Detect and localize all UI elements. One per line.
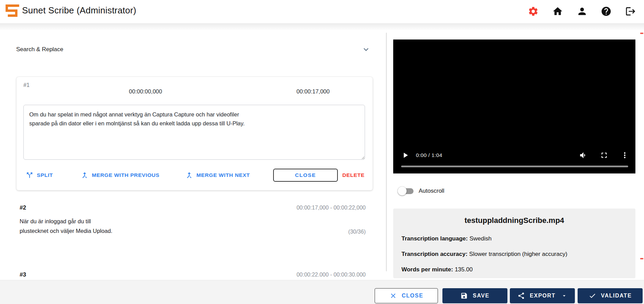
segment-time-range: 00:00:22,000 - 00:00:30,000 (297, 272, 366, 277)
check-icon (589, 292, 596, 300)
detail-value: 135.00 (455, 266, 473, 273)
edge-marker (640, 258, 643, 259)
detail-value: Slower transcription (higher accuracy) (469, 251, 567, 257)
autoscroll-control: Autoscroll (398, 186, 444, 196)
autoscroll-toggle[interactable] (398, 187, 414, 195)
detail-value: Swedish (470, 235, 492, 242)
header-bar: Sunet Scribe (Administrator) (0, 0, 644, 24)
more-options-icon[interactable] (620, 151, 629, 160)
segment-close-label: CLOSE (295, 172, 316, 178)
merge-next-button[interactable]: MERGE WITH NEXT (185, 169, 250, 182)
export-button[interactable]: EXPORT (510, 288, 575, 303)
close-x-icon (389, 292, 397, 300)
segment-number: #1 (23, 82, 30, 88)
save-label: SAVE (473, 293, 489, 299)
media-detail-row: Transcription accuracy:Slower transcript… (401, 251, 567, 258)
settings-gear-icon[interactable] (528, 6, 539, 17)
home-icon[interactable] (552, 6, 563, 17)
segment-close-button[interactable]: CLOSE (273, 169, 338, 182)
help-icon[interactable] (601, 6, 612, 17)
toggle-thumb (398, 187, 407, 195)
merge-next-label: MERGE WITH NEXT (196, 172, 250, 178)
page-title: Sunet Scribe (Administrator) (22, 5, 136, 16)
close-label: CLOSE (402, 293, 423, 299)
split-icon (25, 171, 34, 179)
logout-icon[interactable] (625, 6, 636, 17)
fullscreen-icon[interactable] (600, 151, 609, 160)
split-label: SPLIT (37, 172, 53, 178)
share-icon (517, 292, 525, 300)
segment-number: #2 (20, 204, 26, 211)
split-button[interactable]: SPLIT (25, 169, 53, 182)
header-divider (0, 24, 644, 31)
detail-label: Transcription accuracy: (401, 251, 468, 257)
segment-text-line: plustecknet och väljer Media Upload. (20, 228, 112, 234)
play-icon[interactable] (401, 151, 410, 160)
validate-button[interactable]: VALIDATE (578, 288, 643, 303)
merge-previous-button[interactable]: MERGE WITH PREVIOUS (80, 169, 160, 182)
export-label: EXPORT (530, 293, 556, 299)
save-button[interactable]: SAVE (442, 288, 507, 303)
app-window: Sunet Scribe (Administrator) Search & Re… (0, 0, 644, 304)
profile-person-icon[interactable] (577, 6, 588, 17)
segment-time-range: 00:00:17,000 - 00:00:22,000 (297, 205, 366, 211)
video-player[interactable]: 0:00 / 1:04 (393, 40, 635, 173)
video-time-display: 0:00 / 1:04 (416, 152, 442, 158)
segment-number: #3 (20, 271, 26, 277)
segment-end-time[interactable]: 00:00:17,000 (297, 88, 330, 95)
footer-bar: CLOSE SAVE EXPORT VALIDATE (0, 280, 644, 304)
detail-label: Words per minute: (401, 266, 453, 273)
validate-label: VALIDATE (601, 293, 632, 299)
autoscroll-label: Autoscroll (419, 188, 444, 194)
panel-scrollbar[interactable] (386, 33, 387, 271)
segment-actions: SPLIT MERGE WITH PREVIOUS MERGE WITH NEX… (17, 169, 373, 182)
media-info-card: testuppladdningScribe.mp4 Transcription … (393, 209, 635, 278)
segment-delete-button[interactable]: DELETE (342, 169, 365, 182)
segment-char-count: (30/36) (348, 229, 366, 235)
segment-text-input[interactable]: Om du har spelat in med något annat verk… (23, 105, 365, 160)
close-button[interactable]: CLOSE (375, 288, 438, 303)
dropdown-caret-icon (561, 293, 567, 299)
media-filename: testuppladdningScribe.mp4 (393, 216, 635, 225)
transcript-panel: Search & Replace #1 00:00:00,000 00:00:1… (0, 31, 386, 277)
volume-icon[interactable] (579, 151, 588, 160)
segment-editor-card: #1 00:00:00,000 00:00:17,000 Om du har s… (17, 77, 373, 190)
search-replace-label: Search & Replace (16, 46, 63, 53)
detail-label: Transcription language: (401, 235, 468, 242)
merge-icon (185, 171, 193, 179)
segment-text-line: När du är inloggad går du till (20, 218, 91, 225)
video-progress-bar[interactable] (401, 166, 628, 167)
segment-start-time[interactable]: 00:00:00,000 (129, 88, 162, 95)
chevron-down-icon[interactable] (361, 45, 371, 54)
sunet-logo-icon (4, 3, 20, 18)
video-controls-bar: 0:00 / 1:04 (393, 149, 635, 161)
save-disk-icon (460, 292, 468, 300)
media-detail-row: Transcription language:Swedish (401, 235, 492, 242)
merge-icon (80, 171, 89, 179)
merge-previous-label: MERGE WITH PREVIOUS (92, 172, 160, 178)
edge-marker (640, 33, 643, 34)
segment-delete-label: DELETE (342, 172, 365, 178)
media-detail-row: Words per minute:135.00 (401, 266, 473, 273)
